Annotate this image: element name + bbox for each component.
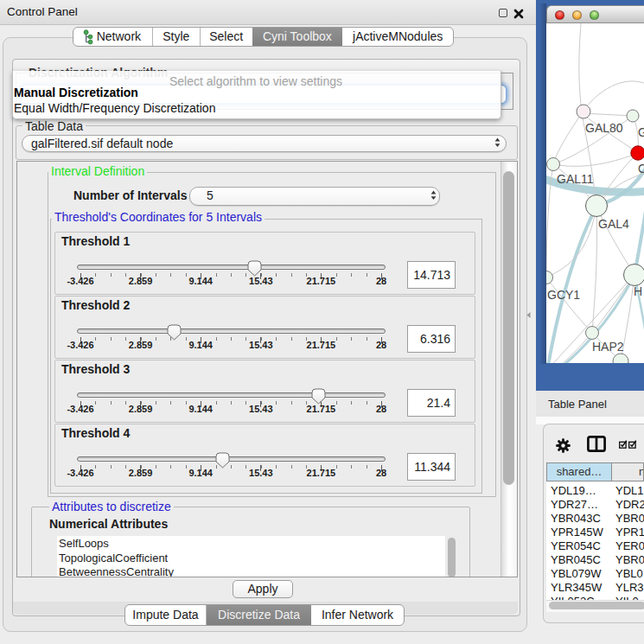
svg-text:C: C <box>638 162 644 175</box>
svg-text:GAL4: GAL4 <box>598 217 629 231</box>
svg-text:GCY1: GCY1 <box>547 288 580 302</box>
svg-text:HAP2: HAP2 <box>592 340 624 354</box>
svg-text:GAL80: GAL80 <box>585 121 623 135</box>
svg-text:G.: G. <box>638 125 644 139</box>
svg-text:GAL11: GAL11 <box>557 172 594 186</box>
svg-text:H: H <box>634 284 642 298</box>
